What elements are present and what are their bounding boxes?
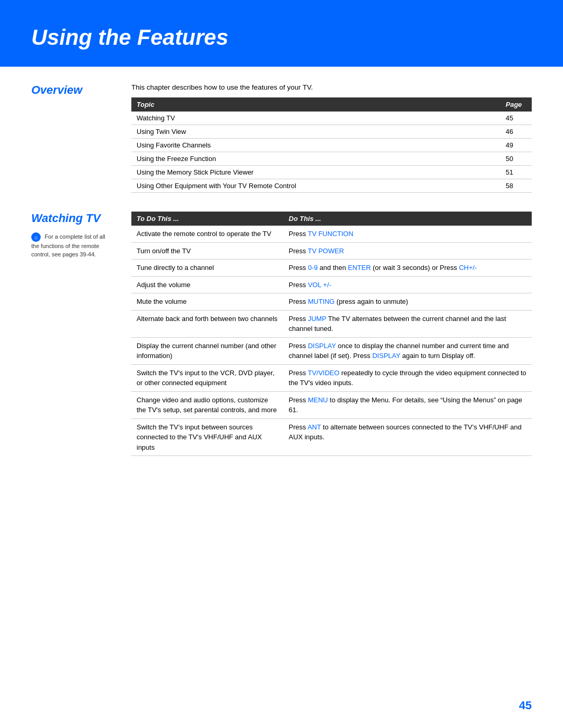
page-cell: 45 (500, 112, 532, 125)
table-row: Adjust the volumePress VOL +/- (131, 276, 532, 293)
dothis-cell: Press MUTING (press again to unmute) (284, 293, 532, 311)
table-row: Watching TV45 (131, 112, 532, 125)
col-dothis-header: Do This ... (284, 212, 532, 226)
watching-table-body: Activate the remote control to operate t… (131, 226, 532, 456)
page-number: 45 (519, 699, 532, 712)
watching-note: ☼ For a complete list of all the functio… (31, 232, 115, 259)
dothis-cell: Press MENU to display the Menu. For deta… (284, 391, 532, 418)
overview-table: Topic Page Watching TV45Using Twin View4… (131, 97, 532, 193)
watching-table: To Do This ... Do This ... Activate the … (131, 212, 532, 456)
overview-title: Overview (31, 83, 115, 97)
todo-cell: Alternate back and forth between two cha… (131, 310, 284, 337)
overview-left: Overview (31, 83, 115, 193)
table-row: Using the Freeze Function50 (131, 152, 532, 166)
topic-cell: Watching TV (131, 112, 500, 125)
page-cell: 50 (500, 152, 532, 166)
page-cell: 46 (500, 125, 532, 139)
note-text: For a complete list of all the functions… (31, 233, 105, 257)
todo-cell: Switch the TV's input to the VCR, DVD pl… (131, 364, 284, 391)
watching-table-header: To Do This ... Do This ... (131, 212, 532, 226)
topic-cell: Using Twin View (131, 125, 500, 139)
table-row: Mute the volumePress MUTING (press again… (131, 293, 532, 311)
topic-cell: Using the Freeze Function (131, 152, 500, 166)
overview-right: This chapter describes how to use the fe… (131, 83, 532, 193)
dothis-cell: Press TV FUNCTION (284, 226, 532, 242)
watching-tv-section: Watching TV ☼ For a complete list of all… (31, 212, 532, 456)
dothis-cell: Press JUMP The TV alternates between the… (284, 310, 532, 337)
header-banner: Using the Features (0, 0, 563, 67)
col-todo-header: To Do This ... (131, 212, 284, 226)
table-row: Switch the TV's input to the VCR, DVD pl… (131, 364, 532, 391)
watching-tv-title: Watching TV (31, 212, 115, 225)
todo-cell: Turn on/off the TV (131, 242, 284, 260)
page: Using the Features Overview This chapter… (0, 0, 563, 728)
watching-right: To Do This ... Do This ... Activate the … (131, 212, 532, 456)
dothis-cell: Press 0-9 and then ENTER (or wait 3 seco… (284, 260, 532, 277)
table-row: Using the Memory Stick Picture Viewer51 (131, 166, 532, 179)
overview-table-header: Topic Page (131, 97, 532, 112)
table-row: Turn on/off the TVPress TV POWER (131, 242, 532, 260)
note-icon: ☼ (31, 232, 41, 242)
page-title: Using the Features (31, 25, 532, 50)
page-cell: 51 (500, 166, 532, 179)
todo-cell: Mute the volume (131, 293, 284, 311)
watching-left: Watching TV ☼ For a complete list of all… (31, 212, 115, 456)
table-row: Display the current channel number (and … (131, 337, 532, 364)
todo-cell: Activate the remote control to operate t… (131, 226, 284, 242)
page-cell: 49 (500, 139, 532, 152)
table-row: Using Other Equipment with Your TV Remot… (131, 179, 532, 193)
todo-cell: Switch the TV’s input between sources co… (131, 418, 284, 456)
dothis-cell: Press DISPLAY once to display the channe… (284, 337, 532, 364)
col-topic-header: Topic (131, 97, 500, 112)
topic-cell: Using Other Equipment with Your TV Remot… (131, 179, 500, 193)
dothis-cell: Press TV POWER (284, 242, 532, 260)
overview-section: Overview This chapter describes how to u… (31, 83, 532, 193)
dothis-cell: Press ANT to alternate between sources c… (284, 418, 532, 456)
overview-description: This chapter describes how to use the fe… (131, 83, 532, 91)
topic-cell: Using Favorite Channels (131, 139, 500, 152)
col-page-header: Page (500, 97, 532, 112)
content-area: Overview This chapter describes how to u… (0, 83, 563, 477)
table-row: Switch the TV’s input between sources co… (131, 418, 532, 456)
table-row: Activate the remote control to operate t… (131, 226, 532, 242)
table-row: Tune directly to a channelPress 0-9 and … (131, 260, 532, 277)
todo-cell: Display the current channel number (and … (131, 337, 284, 364)
overview-table-body: Watching TV45Using Twin View46Using Favo… (131, 112, 532, 193)
table-row: Using Favorite Channels49 (131, 139, 532, 152)
todo-cell: Adjust the volume (131, 276, 284, 293)
topic-cell: Using the Memory Stick Picture Viewer (131, 166, 500, 179)
table-row: Using Twin View46 (131, 125, 532, 139)
todo-cell: Change video and audio options, customiz… (131, 391, 284, 418)
table-row: Alternate back and forth between two cha… (131, 310, 532, 337)
dothis-cell: Press VOL +/- (284, 276, 532, 293)
dothis-cell: Press TV/VIDEO repeatedly to cycle throu… (284, 364, 532, 391)
table-row: Change video and audio options, customiz… (131, 391, 532, 418)
todo-cell: Tune directly to a channel (131, 260, 284, 277)
page-cell: 58 (500, 179, 532, 193)
